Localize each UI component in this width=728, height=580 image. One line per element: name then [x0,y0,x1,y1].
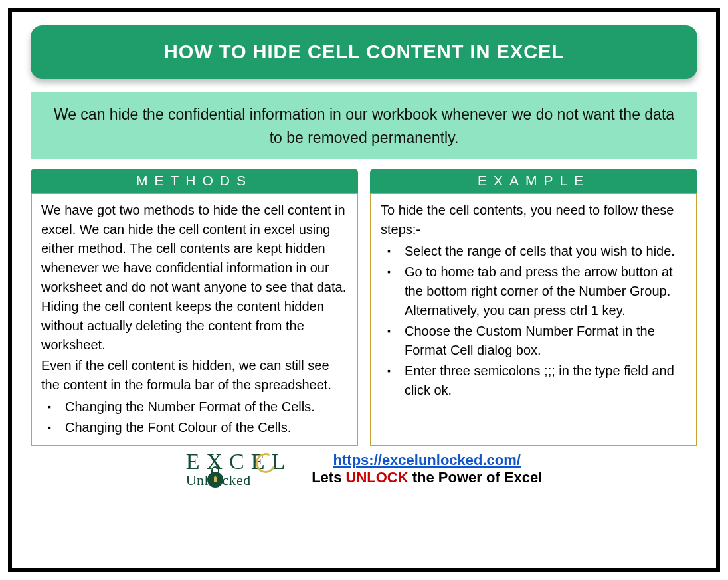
tagline: Lets UNLOCK the Power of Excel [312,469,542,486]
logo-post: cked [222,472,251,488]
lock-icon [207,472,223,488]
methods-para1: We have got two methods to hide the cell… [41,201,347,355]
example-header: EXAMPLE [370,169,697,193]
methods-body: We have got two methods to hide the cell… [31,193,358,446]
tagline-post: the Power of Excel [409,469,543,486]
intro-text: We can hide the confidential information… [54,106,674,146]
intro-box: We can hide the confidential information… [31,92,697,159]
list-item: Changing the Font Colour of the Cells. [57,418,347,437]
brand-logo: EXCEL Unlcked [186,450,292,488]
methods-header: METHODS [31,169,358,193]
logo-pre: Unl [186,472,209,488]
website-link[interactable]: https://excelunlocked.com/ [333,452,521,468]
methods-para2: Even if the cell content is hidden, we c… [41,356,347,395]
example-list: Select the range of cells that you wish … [381,242,687,400]
methods-list: Changing the Number Format of the Cells.… [41,397,347,437]
list-item: Choose the Custom Number Format in the F… [397,322,687,360]
title-banner: HOW TO HIDE CELL CONTENT IN EXCEL [31,25,697,79]
list-item: Changing the Number Format of the Cells. [57,397,347,417]
list-item: Select the range of cells that you wish … [397,242,687,261]
document-frame: HOW TO HIDE CELL CONTENT IN EXCEL We can… [8,8,720,572]
list-item: Go to home tab and press the arrow butto… [397,262,687,320]
footer: EXCEL Unlcked https://excelunlocked.com/… [31,450,697,488]
methods-column: METHODS We have got two methods to hide … [31,169,358,446]
logo-top-text: EXCEL [186,450,292,473]
example-column: EXAMPLE To hide the cell contents, you n… [370,169,697,446]
example-para1: To hide the cell contents, you need to f… [381,201,687,239]
footer-text-block: https://excelunlocked.com/ Lets UNLOCK t… [312,452,542,486]
page-title: HOW TO HIDE CELL CONTENT IN EXCEL [164,41,564,62]
columns-container: METHODS We have got two methods to hide … [31,169,697,446]
tagline-unlock: UNLOCK [346,469,409,486]
list-item: Enter three semicolons ;;; in the type f… [397,361,687,400]
logo-bottom-text: Unlcked [186,472,292,488]
example-body: To hide the cell contents, you need to f… [370,193,697,446]
tagline-pre: Lets [312,469,345,486]
